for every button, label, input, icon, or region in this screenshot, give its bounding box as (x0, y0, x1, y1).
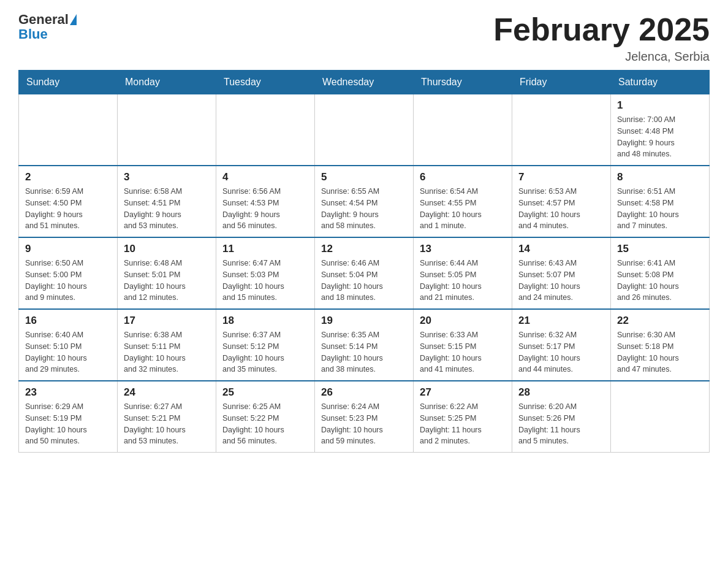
calendar-table: Sunday Monday Tuesday Wednesday Thursday… (18, 70, 710, 453)
day-info: Sunrise: 6:41 AM Sunset: 5:08 PM Dayligh… (617, 258, 703, 304)
day-info: Sunrise: 6:43 AM Sunset: 5:07 PM Dayligh… (518, 258, 604, 304)
day-info: Sunrise: 6:29 AM Sunset: 5:19 PM Dayligh… (25, 401, 111, 447)
day-number: 7 (518, 171, 604, 183)
day-number: 6 (420, 171, 506, 183)
day-info: Sunrise: 6:22 AM Sunset: 5:25 PM Dayligh… (420, 401, 506, 447)
page-header: General Blue February 2025 Jelenca, Serb… (18, 12, 710, 64)
calendar-week-row: 1Sunrise: 7:00 AM Sunset: 4:48 PM Daylig… (19, 94, 710, 166)
day-number: 21 (518, 315, 604, 327)
day-number: 22 (617, 315, 703, 327)
day-number: 18 (222, 315, 308, 327)
title-block: February 2025 Jelenca, Serbia (493, 12, 710, 64)
header-monday: Monday (118, 71, 216, 94)
table-row: 28Sunrise: 6:20 AM Sunset: 5:26 PM Dayli… (512, 381, 611, 453)
calendar-week-row: 23Sunrise: 6:29 AM Sunset: 5:19 PM Dayli… (19, 381, 710, 453)
table-row: 25Sunrise: 6:25 AM Sunset: 5:22 PM Dayli… (216, 381, 315, 453)
table-row: 15Sunrise: 6:41 AM Sunset: 5:08 PM Dayli… (611, 237, 710, 309)
day-info: Sunrise: 6:35 AM Sunset: 5:14 PM Dayligh… (321, 329, 407, 375)
table-row: 19Sunrise: 6:35 AM Sunset: 5:14 PM Dayli… (315, 309, 414, 381)
header-thursday: Thursday (414, 71, 512, 94)
day-info: Sunrise: 6:32 AM Sunset: 5:17 PM Dayligh… (518, 329, 604, 375)
logo-general-text: General (18, 12, 69, 27)
table-row: 27Sunrise: 6:22 AM Sunset: 5:25 PM Dayli… (414, 381, 512, 453)
day-number: 16 (25, 315, 111, 327)
day-number: 11 (222, 243, 308, 255)
month-title: February 2025 (493, 12, 710, 47)
day-info: Sunrise: 6:40 AM Sunset: 5:10 PM Dayligh… (25, 329, 111, 375)
table-row: 24Sunrise: 6:27 AM Sunset: 5:21 PM Dayli… (118, 381, 216, 453)
day-info: Sunrise: 6:37 AM Sunset: 5:12 PM Dayligh… (222, 329, 308, 375)
table-row: 10Sunrise: 6:48 AM Sunset: 5:01 PM Dayli… (118, 237, 216, 309)
location-text: Jelenca, Serbia (493, 50, 710, 64)
day-number: 12 (321, 243, 407, 255)
table-row: 18Sunrise: 6:37 AM Sunset: 5:12 PM Dayli… (216, 309, 315, 381)
table-row (611, 381, 710, 453)
day-number: 13 (420, 243, 506, 255)
day-number: 14 (518, 243, 604, 255)
table-row (216, 94, 315, 166)
day-number: 20 (420, 315, 506, 327)
day-info: Sunrise: 6:48 AM Sunset: 5:01 PM Dayligh… (124, 258, 210, 304)
day-number: 23 (25, 386, 111, 399)
logo-triangle-icon (70, 14, 77, 25)
table-row: 20Sunrise: 6:33 AM Sunset: 5:15 PM Dayli… (414, 309, 512, 381)
day-info: Sunrise: 7:00 AM Sunset: 4:48 PM Dayligh… (617, 114, 703, 160)
day-info: Sunrise: 6:38 AM Sunset: 5:11 PM Dayligh… (124, 329, 210, 375)
day-info: Sunrise: 6:55 AM Sunset: 4:54 PM Dayligh… (321, 186, 407, 232)
day-number: 25 (222, 386, 308, 399)
table-row (19, 94, 118, 166)
day-info: Sunrise: 6:46 AM Sunset: 5:04 PM Dayligh… (321, 258, 407, 304)
day-info: Sunrise: 6:44 AM Sunset: 5:05 PM Dayligh… (420, 258, 506, 304)
calendar-week-row: 2Sunrise: 6:59 AM Sunset: 4:50 PM Daylig… (19, 166, 710, 237)
header-wednesday: Wednesday (315, 71, 414, 94)
table-row: 21Sunrise: 6:32 AM Sunset: 5:17 PM Dayli… (512, 309, 611, 381)
day-number: 24 (124, 386, 210, 399)
table-row: 4Sunrise: 6:56 AM Sunset: 4:53 PM Daylig… (216, 166, 315, 237)
day-info: Sunrise: 6:58 AM Sunset: 4:51 PM Dayligh… (124, 186, 210, 232)
day-number: 9 (25, 243, 111, 255)
table-row: 22Sunrise: 6:30 AM Sunset: 5:18 PM Dayli… (611, 309, 710, 381)
table-row: 11Sunrise: 6:47 AM Sunset: 5:03 PM Dayli… (216, 237, 315, 309)
table-row: 12Sunrise: 6:46 AM Sunset: 5:04 PM Dayli… (315, 237, 414, 309)
day-info: Sunrise: 6:20 AM Sunset: 5:26 PM Dayligh… (518, 401, 604, 447)
day-info: Sunrise: 6:25 AM Sunset: 5:22 PM Dayligh… (222, 401, 308, 447)
day-number: 19 (321, 315, 407, 327)
day-info: Sunrise: 6:53 AM Sunset: 4:57 PM Dayligh… (518, 186, 604, 232)
header-friday: Friday (512, 71, 611, 94)
header-tuesday: Tuesday (216, 71, 315, 94)
table-row: 23Sunrise: 6:29 AM Sunset: 5:19 PM Dayli… (19, 381, 118, 453)
day-info: Sunrise: 6:33 AM Sunset: 5:15 PM Dayligh… (420, 329, 506, 375)
table-row (512, 94, 611, 166)
day-number: 28 (518, 386, 604, 399)
day-info: Sunrise: 6:30 AM Sunset: 5:18 PM Dayligh… (617, 329, 703, 375)
table-row: 8Sunrise: 6:51 AM Sunset: 4:58 PM Daylig… (611, 166, 710, 237)
day-info: Sunrise: 6:47 AM Sunset: 5:03 PM Dayligh… (222, 258, 308, 304)
table-row: 16Sunrise: 6:40 AM Sunset: 5:10 PM Dayli… (19, 309, 118, 381)
calendar-week-row: 9Sunrise: 6:50 AM Sunset: 5:00 PM Daylig… (19, 237, 710, 309)
day-info: Sunrise: 6:59 AM Sunset: 4:50 PM Dayligh… (25, 186, 111, 232)
header-sunday: Sunday (19, 71, 118, 94)
day-info: Sunrise: 6:27 AM Sunset: 5:21 PM Dayligh… (124, 401, 210, 447)
table-row: 26Sunrise: 6:24 AM Sunset: 5:23 PM Dayli… (315, 381, 414, 453)
table-row: 17Sunrise: 6:38 AM Sunset: 5:11 PM Dayli… (118, 309, 216, 381)
table-row: 6Sunrise: 6:54 AM Sunset: 4:55 PM Daylig… (414, 166, 512, 237)
day-number: 26 (321, 386, 407, 399)
calendar-header-row: Sunday Monday Tuesday Wednesday Thursday… (19, 71, 710, 94)
table-row: 3Sunrise: 6:58 AM Sunset: 4:51 PM Daylig… (118, 166, 216, 237)
day-number: 1 (617, 99, 703, 112)
day-number: 3 (124, 171, 210, 183)
day-number: 4 (222, 171, 308, 183)
header-saturday: Saturday (611, 71, 710, 94)
table-row: 5Sunrise: 6:55 AM Sunset: 4:54 PM Daylig… (315, 166, 414, 237)
table-row (414, 94, 512, 166)
calendar-week-row: 16Sunrise: 6:40 AM Sunset: 5:10 PM Dayli… (19, 309, 710, 381)
day-number: 8 (617, 171, 703, 183)
table-row: 7Sunrise: 6:53 AM Sunset: 4:57 PM Daylig… (512, 166, 611, 237)
day-info: Sunrise: 6:51 AM Sunset: 4:58 PM Dayligh… (617, 186, 703, 232)
day-info: Sunrise: 6:50 AM Sunset: 5:00 PM Dayligh… (25, 258, 111, 304)
table-row: 1Sunrise: 7:00 AM Sunset: 4:48 PM Daylig… (611, 94, 710, 166)
table-row: 13Sunrise: 6:44 AM Sunset: 5:05 PM Dayli… (414, 237, 512, 309)
day-number: 15 (617, 243, 703, 255)
day-number: 27 (420, 386, 506, 399)
table-row: 9Sunrise: 6:50 AM Sunset: 5:00 PM Daylig… (19, 237, 118, 309)
